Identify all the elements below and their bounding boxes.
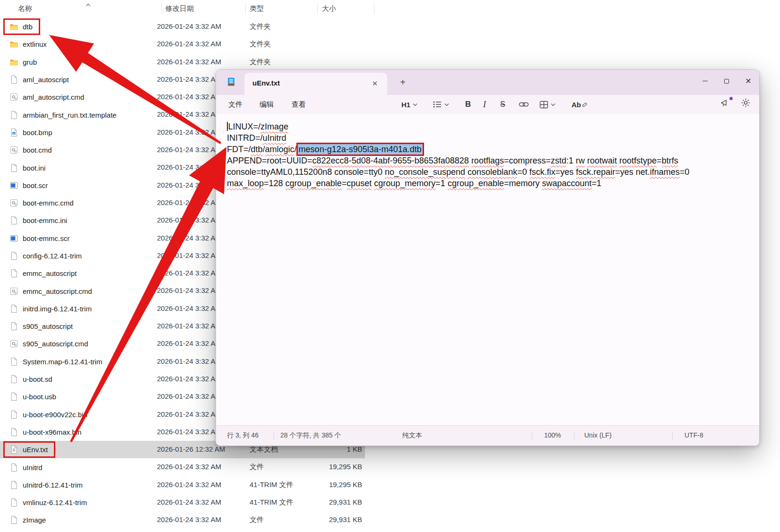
file-name-cell[interactable]: emmc_autoscript <box>9 265 77 282</box>
status-encoding[interactable]: UTF-8 <box>685 431 703 439</box>
file-name-cell[interactable]: s905_autoscript.cmd <box>9 335 88 352</box>
file-row-dtb[interactable]: dtb2026-01-24 3:32 AM文件夹 <box>0 18 365 35</box>
file-name-cell[interactable]: boot.bmp <box>9 124 52 141</box>
file-name-cell[interactable]: boot.cmd <box>9 141 52 159</box>
file-name-cell[interactable]: System.map-6.12.41-trim <box>9 353 102 370</box>
file-name-cell[interactable]: u-boot.usb <box>9 388 56 405</box>
tab-uenv[interactable]: uEnv.txt ✕ <box>244 73 387 95</box>
maximize-button[interactable] <box>716 70 737 92</box>
new-tab-button[interactable]: + <box>396 76 410 90</box>
status-divider <box>532 432 532 440</box>
file-name-cell[interactable]: u-boot.sd <box>9 370 52 388</box>
file-size: 1 KB <box>307 445 362 453</box>
close-button[interactable]: ✕ <box>737 70 759 92</box>
file-name-cell[interactable]: boot-emmc.ini <box>9 212 67 229</box>
file-name-cell[interactable]: boot-emmc.scr <box>9 230 69 247</box>
file-name-label: boot.cmd <box>23 146 52 154</box>
file-name-cell[interactable]: boot-emmc.cmd <box>9 194 74 212</box>
text-token: =128 <box>264 179 286 188</box>
menu-file[interactable]: 文件 <box>226 99 244 110</box>
file-name-cell[interactable]: zImage <box>9 511 46 529</box>
file-row-grub[interactable]: grub2026-01-24 3:32 AM文件夹 <box>0 53 365 71</box>
file-name-cell[interactable]: config-6.12.41-trim <box>9 247 82 265</box>
minimize-button[interactable] <box>694 70 716 92</box>
status-divider <box>274 432 274 440</box>
whats-new-button[interactable] <box>720 98 731 110</box>
file-date: 2026-01-24 3:32 AM <box>157 181 221 189</box>
file-row-uInitrd[interactable]: uInitrd2026-01-24 3:32 AM文件19,295 KB <box>0 458 365 476</box>
bold-button[interactable]: B <box>465 98 471 111</box>
file-icon <box>9 322 18 331</box>
file-name-cell[interactable]: aml_autoscript <box>9 71 69 88</box>
file-name-cell[interactable]: uInitrd <box>9 458 43 476</box>
notepad-app-icon <box>226 77 236 89</box>
file-name-cell[interactable]: boot.scr <box>9 177 48 194</box>
menu-view[interactable]: 查看 <box>290 99 308 110</box>
column-divider[interactable] <box>162 3 162 14</box>
editor-line-1: LINUX=/zImage <box>227 121 750 132</box>
file-name-cell[interactable]: vmlinuz-6.12.41-trim <box>9 494 87 511</box>
list-style-dropdown[interactable] <box>433 98 449 111</box>
red-annotation-box-uEnv.txt[interactable]: uEnv.txt <box>9 441 48 458</box>
file-icon <box>9 463 18 472</box>
menu-edit[interactable]: 编辑 <box>258 99 276 110</box>
file-row-extlinux[interactable]: extlinux2026-01-24 3:32 AM文件夹 <box>0 35 365 53</box>
misspelled-token: zstd <box>551 156 566 165</box>
text-token: LINUX=/ <box>228 122 261 131</box>
tab-close-icon[interactable]: ✕ <box>369 78 381 89</box>
file-name-cell[interactable]: emmc_autoscript.cmd <box>9 282 92 300</box>
file-name-label: boot-emmc.ini <box>23 216 67 224</box>
red-annotation-box-dtb[interactable]: dtb <box>9 18 33 35</box>
file-date: 2026-01-24 3:32 AM <box>157 40 221 48</box>
column-header-size[interactable]: 大小 <box>322 4 336 13</box>
file-name-label: grub <box>23 58 37 66</box>
settings-button[interactable] <box>741 98 751 110</box>
file-date: 2026-01-24 3:32 AM <box>157 93 221 101</box>
italic-button[interactable]: I <box>483 98 486 111</box>
strikethrough-button[interactable]: S <box>500 98 505 111</box>
file-name-cell[interactable]: extlinux <box>9 35 47 53</box>
file-name-cell[interactable]: uInitrd-6.12.41-trim <box>9 476 83 494</box>
text-editor-area[interactable]: LINUX=/zImageINITRD=/uInitrdFDT=/dtb/aml… <box>216 114 759 425</box>
column-header-name[interactable]: 名称 <box>18 4 32 13</box>
clear-formatting-button[interactable]: Ab <box>572 98 587 111</box>
file-row-uInitrd-6.12.41-trim[interactable]: uInitrd-6.12.41-trim2026-01-24 3:32 AM41… <box>0 476 365 494</box>
file-name-label: s905_autoscript <box>23 322 73 330</box>
file-row-zImage[interactable]: zImage2026-01-24 3:32 AM文件29,931 KB <box>0 511 365 529</box>
column-divider[interactable] <box>374 3 374 14</box>
file-name-cell[interactable]: aml_autoscript.cmd <box>9 88 84 106</box>
sort-ascending-icon[interactable] <box>86 0 91 9</box>
table-dropdown[interactable] <box>539 98 555 111</box>
column-divider[interactable] <box>245 3 246 14</box>
file-type: 文件夹 <box>250 40 271 49</box>
file-name-cell[interactable]: s905_autoscript <box>9 317 73 335</box>
link-button[interactable] <box>519 98 529 111</box>
file-row-vmlinuz-6.12.41-trim[interactable]: vmlinuz-6.12.41-trim2026-01-24 3:32 AM41… <box>0 494 365 511</box>
file-date: 2026-01-24 3:32 AM <box>157 216 221 224</box>
cmd-icon <box>9 339 18 348</box>
column-divider[interactable] <box>317 3 318 14</box>
file-name-cell[interactable]: grub <box>9 53 37 71</box>
status-line-ending[interactable]: Unix (LF) <box>584 431 612 439</box>
file-name-cell[interactable]: u-boot-x96max.bin <box>9 423 81 441</box>
table-icon <box>539 101 548 109</box>
column-header-type[interactable]: 类型 <box>250 4 264 13</box>
column-header-date[interactable]: 修改日期 <box>165 4 194 13</box>
file-name-cell[interactable]: initrd.img-6.12.41-trim <box>9 300 92 317</box>
bmp-icon <box>9 128 18 137</box>
misspelled-token: uInitrd <box>263 133 286 143</box>
misspelled-token: fsck.fix <box>529 167 555 177</box>
file-name-cell[interactable]: u-boot-e900v22c.bin <box>9 406 87 423</box>
file-name-label: emmc_autoscript <box>23 269 77 277</box>
notification-dot <box>729 97 733 100</box>
file-name-label: u-boot.usb <box>23 393 56 401</box>
misspelled-token: rootfstype <box>619 156 657 165</box>
file-name-label: uEnv.txt <box>23 446 48 454</box>
file-name-cell[interactable]: boot.ini <box>9 159 45 176</box>
heading-style-dropdown[interactable]: H1 <box>401 98 417 111</box>
file-name-label: zImage <box>23 516 46 524</box>
status-zoom-level[interactable]: 100% <box>544 431 561 439</box>
text-token: console=ttyAML0,115200n8 console=tty0 <box>227 167 385 177</box>
file-icon <box>9 481 18 489</box>
file-name-cell[interactable]: armbian_first_run.txt.template <box>9 106 116 123</box>
